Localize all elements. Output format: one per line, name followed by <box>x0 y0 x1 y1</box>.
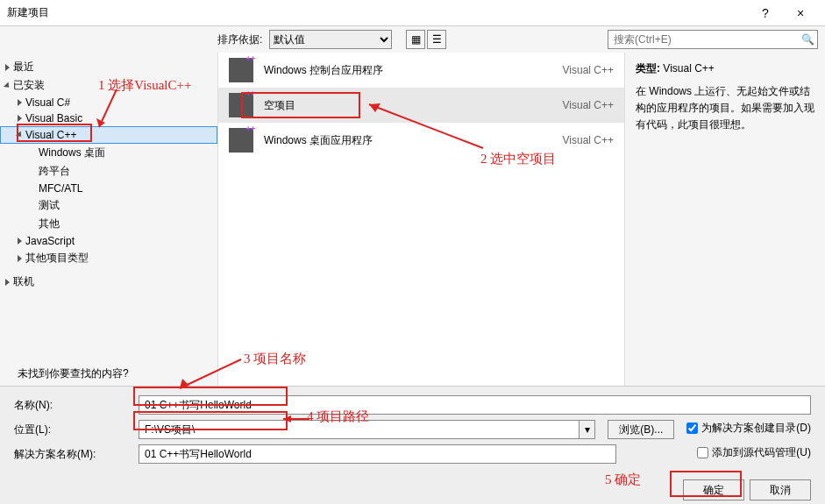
template-console[interactable]: Windows 控制台应用程序 Visual C++ <box>218 53 624 88</box>
name-label: 名称(N): <box>14 398 133 413</box>
close-icon[interactable]: × <box>783 6 818 20</box>
search-input[interactable] <box>608 33 798 46</box>
sidebar-item-vcpp[interactable]: Visual C++ <box>0 126 217 144</box>
sidebar-item-csharp[interactable]: Visual C# <box>0 95 217 110</box>
project-icon <box>229 93 253 117</box>
create-dir-checkbox[interactable]: 为解决方案创建目录(D) <box>686 421 811 436</box>
sidebar-item-othertypes[interactable]: 其他项目类型 <box>0 249 217 267</box>
sidebar-item-mfcatl[interactable]: MFC/ATL <box>0 181 217 196</box>
sidebar-online[interactable]: 联机 <box>0 273 217 291</box>
sort-select[interactable]: 默认值 <box>269 30 392 49</box>
sidebar-item-windows-desktop[interactable]: Windows 桌面 <box>0 144 217 162</box>
window-title: 新建项目 <box>7 5 49 20</box>
sidebar-item-crossplatform[interactable]: 跨平台 <box>0 162 217 181</box>
template-empty[interactable]: 空项目 Visual C++ <box>218 88 624 123</box>
help-text: 未找到你要查找的内容? <box>0 361 217 386</box>
details-pane: 类型: Visual C++ 在 Windows 上运行、无起始文件或结构的应用… <box>625 53 825 386</box>
solution-input[interactable] <box>139 444 616 464</box>
ok-button[interactable]: 确定 <box>683 479 744 500</box>
sort-label: 排序依据: <box>217 32 262 47</box>
button-bar: 确定 取消 <box>0 476 825 504</box>
sidebar: 最近 已安装 Visual C# Visual Basic Visual C++… <box>0 53 217 386</box>
title-bar: 新建项目 ? × <box>0 0 825 26</box>
location-dropdown-icon[interactable]: ▾ <box>580 420 595 439</box>
location-label: 位置(L): <box>14 422 133 437</box>
sidebar-item-vb[interactable]: Visual Basic <box>0 110 217 126</box>
type-label: 类型: <box>636 62 660 75</box>
view-grid-icon[interactable]: ▦ <box>406 30 425 49</box>
solution-label: 解决方案名称(M): <box>14 447 133 462</box>
browse-button[interactable]: 浏览(B)... <box>608 420 674 439</box>
toolbar: 排序依据: 默认值 ▦ ☰ 🔍 <box>0 26 825 53</box>
sidebar-item-other[interactable]: 其他 <box>0 215 217 233</box>
sidebar-installed[interactable]: 已安装 <box>0 76 217 95</box>
name-input[interactable] <box>139 395 811 415</box>
view-list-icon[interactable]: ☰ <box>427 30 446 49</box>
description: 在 Windows 上运行、无起始文件或结构的应用程序的项目。如果需要加入现有代… <box>636 83 814 134</box>
type-value: Visual C++ <box>663 62 714 75</box>
sidebar-item-js[interactable]: JavaScript <box>0 233 217 249</box>
template-list: Windows 控制台应用程序 Visual C++ 空项目 Visual C+… <box>217 53 625 386</box>
sidebar-item-test[interactable]: 测试 <box>0 196 217 215</box>
cancel-button[interactable]: 取消 <box>750 479 811 500</box>
source-control-checkbox[interactable]: 添加到源代码管理(U) <box>697 445 811 460</box>
project-icon <box>229 128 253 153</box>
location-input[interactable] <box>139 420 580 439</box>
help-icon[interactable]: ? <box>748 6 783 20</box>
template-desktop[interactable]: Windows 桌面应用程序 Visual C++ <box>218 123 624 158</box>
form-area: 名称(N): 位置(L): ▾ 浏览(B)... 为解决方案创建目录(D) 解决… <box>0 386 825 476</box>
sidebar-recent[interactable]: 最近 <box>0 58 217 76</box>
search-box[interactable]: 🔍 <box>608 30 818 49</box>
search-icon[interactable]: 🔍 <box>798 33 817 46</box>
project-icon <box>229 58 253 82</box>
